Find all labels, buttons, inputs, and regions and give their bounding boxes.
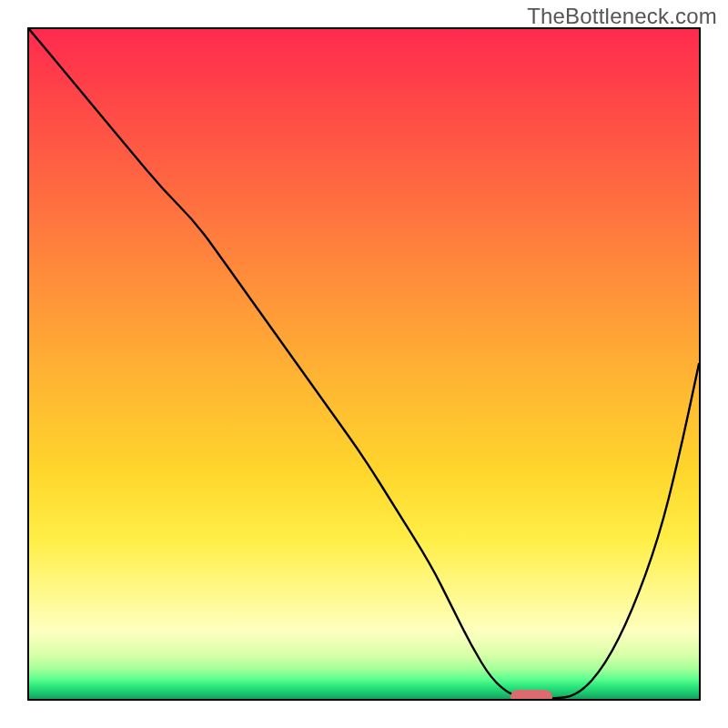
curve-layer xyxy=(29,29,699,699)
chart-container: TheBottleneck.com xyxy=(0,0,728,728)
optimal-point-marker xyxy=(511,690,552,701)
plot-area xyxy=(27,27,701,701)
bottleneck-curve xyxy=(29,29,699,699)
watermark-label: TheBottleneck.com xyxy=(527,4,717,29)
